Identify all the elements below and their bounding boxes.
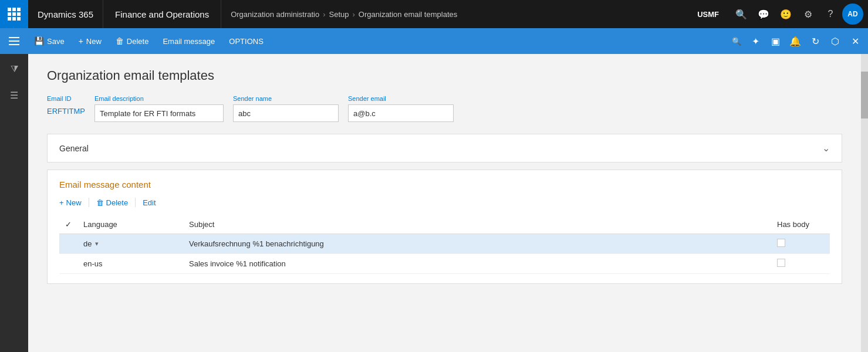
content-delete-button[interactable]: 🗑 Delete (96, 198, 129, 207)
col-language: Language (77, 215, 183, 234)
sub-action-sep-1 (89, 198, 89, 207)
email-desc-label: Email description (94, 95, 224, 102)
has-body-checkbox[interactable] (777, 239, 785, 247)
row-has-body[interactable] (771, 234, 830, 254)
hamburger-line (9, 44, 19, 45)
row-checkmark (59, 234, 77, 254)
email-message-button[interactable]: Email message (157, 32, 221, 50)
content-new-button[interactable]: + New (59, 198, 82, 207)
user-avatar[interactable]: AD (842, 4, 863, 25)
content-plus-icon: + (59, 198, 64, 207)
plus-icon: + (79, 36, 83, 46)
sender-name-label: Sender name (233, 95, 339, 102)
new-label: New (86, 37, 102, 46)
close-icon[interactable]: ✕ (847, 33, 863, 49)
table-row[interactable]: en-usSales invoice %1 notification (59, 254, 830, 274)
help-icon[interactable]: ? (820, 4, 841, 25)
open-icon[interactable]: ⬡ (827, 33, 843, 49)
smiley-icon[interactable]: 🙂 (775, 4, 796, 25)
action-bar: 💾 Save + New 🗑 Delete Email message OPTI… (0, 28, 868, 54)
general-section-label: General (59, 144, 89, 153)
col-subject: Subject (183, 215, 771, 234)
office-icon[interactable]: ▣ (767, 33, 783, 49)
breadcrumb-item-2[interactable]: Setup (329, 10, 349, 19)
row-subject: Verkaufsrechnung %1 benachrichtigung (183, 234, 771, 254)
sub-action-bar: + New 🗑 Delete Edit (59, 198, 830, 207)
email-message-label: Email message (163, 37, 215, 46)
sender-email-label: Sender email (348, 95, 454, 102)
favorites-icon[interactable]: ✦ (747, 33, 764, 49)
content-new-label: New (66, 198, 82, 207)
row-language[interactable]: en-us (77, 254, 183, 274)
sender-name-input[interactable] (233, 104, 339, 122)
options-label: OPTIONS (229, 37, 264, 46)
has-body-checkbox[interactable] (777, 259, 785, 267)
save-label: Save (47, 37, 65, 46)
settings-icon[interactable]: ⚙ (798, 4, 819, 25)
page-title: Organization email templates (47, 68, 842, 83)
sender-name-field: Sender name (233, 95, 339, 122)
general-section: General ⌄ (47, 134, 842, 163)
col-has-body: Has body (771, 215, 830, 234)
delete-button[interactable]: 🗑 Delete (110, 32, 155, 50)
content-delete-icon: 🗑 (96, 198, 104, 207)
content-delete-label: Delete (106, 198, 129, 207)
breadcrumb-sep-1: › (323, 10, 325, 19)
brand-label: Dynamics 365 (28, 0, 103, 28)
language-dropdown[interactable]: en-us (83, 259, 177, 268)
general-chevron-icon: ⌄ (822, 143, 830, 154)
email-content-body: Email message content + New 🗑 Delete Edi… (48, 170, 842, 283)
hamburger-line (9, 37, 19, 38)
delete-label: Delete (127, 37, 149, 46)
company-selector[interactable]: USMF (690, 10, 726, 19)
breadcrumb: Organization administratio › Setup › Org… (221, 10, 690, 19)
table-row[interactable]: de▾Verkaufsrechnung %1 benachrichtigung (59, 234, 830, 254)
options-button[interactable]: OPTIONS (223, 32, 269, 50)
breadcrumb-sep-2: › (353, 10, 355, 19)
email-id-value[interactable]: ERFTITMP (47, 104, 85, 118)
content-edit-button[interactable]: Edit (143, 198, 156, 207)
email-desc-input[interactable] (94, 104, 224, 122)
main-content: Organization email templates Email ID ER… (28, 54, 861, 352)
table-header-row: ✓ Language Subject Has body (59, 215, 830, 234)
language-value: en-us (83, 259, 103, 268)
new-button[interactable]: + New (73, 32, 107, 50)
chat-icon[interactable]: 💬 (753, 4, 774, 25)
search-icon[interactable]: 🔍 (731, 4, 752, 25)
row-subject: Sales invoice %1 notification (183, 254, 771, 274)
action-bar-right-icons: ✦ ▣ 🔔 ↻ ⬡ ✕ (747, 33, 863, 49)
row-has-body[interactable] (771, 254, 830, 274)
language-dropdown-arrow: ▾ (95, 240, 99, 248)
action-search-icon[interactable]: 🔍 (728, 33, 745, 49)
main-layout: ⧩ ☰ Organization email templates Email I… (0, 54, 868, 352)
content-edit-label: Edit (143, 198, 156, 207)
save-icon: 💾 (34, 36, 44, 46)
general-section-header[interactable]: General ⌄ (48, 134, 842, 162)
email-content-section: Email message content + New 🗑 Delete Edi… (47, 170, 842, 284)
form-row: Email ID ERFTITMP Email description Send… (47, 95, 842, 122)
sender-email-input[interactable] (348, 104, 454, 122)
row-checkmark (59, 254, 77, 274)
sidebar-filter-icon[interactable]: ⧩ (4, 59, 25, 80)
app-name-label: Finance and Operations (103, 0, 221, 28)
sender-email-field: Sender email (348, 95, 454, 122)
row-language[interactable]: de▾ (77, 234, 183, 254)
scroll-track[interactable] (861, 54, 868, 352)
hamburger-line (9, 40, 19, 42)
scroll-thumb[interactable] (861, 72, 868, 119)
language-dropdown[interactable]: de▾ (83, 239, 177, 248)
email-id-label: Email ID (47, 95, 85, 102)
sub-action-sep-2 (135, 198, 136, 207)
waffle-icon (8, 8, 21, 21)
delete-icon: 🗑 (116, 36, 124, 46)
sidebar-menu-icon[interactable]: ☰ (4, 84, 25, 106)
breadcrumb-item-3[interactable]: Organization email templates (359, 10, 457, 19)
save-button[interactable]: 💾 Save (28, 32, 70, 50)
waffle-button[interactable] (0, 0, 28, 28)
hamburger-menu[interactable] (5, 32, 23, 50)
refresh-icon[interactable]: ↻ (807, 33, 823, 49)
email-desc-field: Email description (94, 95, 224, 122)
notification-icon[interactable]: 🔔 (787, 33, 803, 49)
breadcrumb-item-1[interactable]: Organization administratio (231, 10, 319, 19)
email-content-title: Email message content (59, 180, 830, 189)
